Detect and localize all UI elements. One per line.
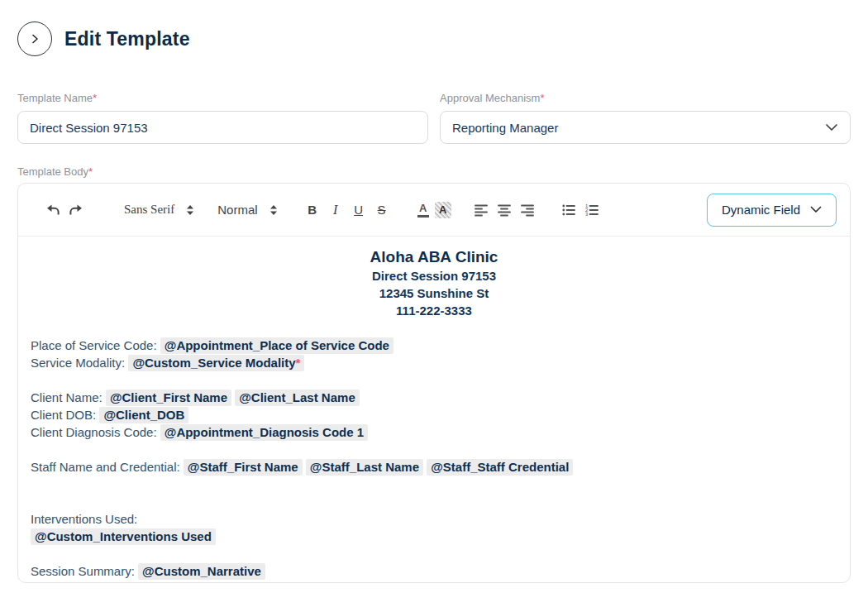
align-right-button[interactable] <box>516 200 539 220</box>
blank-line <box>31 476 837 494</box>
align-center-icon <box>497 203 512 218</box>
dynamic-token: @Custom_Interventions Used <box>31 528 216 545</box>
interventions-label: Interventions Used: <box>31 512 137 526</box>
italic-button[interactable]: I <box>324 200 347 220</box>
align-left-icon <box>474 203 489 218</box>
dynamic-token: @Client_Last Name <box>235 390 360 406</box>
template-name-input[interactable] <box>17 111 428 144</box>
editor-content-area[interactable]: Aloha ABA Clinic Direct Session 97153 12… <box>18 237 850 583</box>
dynamic-token-text: @Custom_Service Modality <box>132 356 295 370</box>
align-group <box>470 200 539 220</box>
required-asterisk: * <box>88 165 93 178</box>
updown-arrows-icon <box>269 204 278 216</box>
list-group: 123 <box>557 200 603 220</box>
required-asterisk: * <box>296 356 301 370</box>
blank-line <box>31 442 837 459</box>
dynamic-token: @Client_First Name <box>106 390 231 406</box>
text-color-icon: A <box>419 202 427 214</box>
dynamic-token: @Custom_Narrative <box>138 563 265 580</box>
redo-icon <box>69 203 83 218</box>
dynamic-token: @Staff_Last Name <box>306 459 423 476</box>
align-right-icon <box>520 203 535 218</box>
template-name-label: Template Name* <box>17 92 428 104</box>
chevron-right-icon <box>28 32 41 45</box>
session-summary-line: Session Summary: @Custom_Narrative <box>31 563 837 581</box>
rich-text-editor: Sans Serif Normal B I U S A <box>17 183 851 583</box>
dynamic-token: @Staff_Staff Credential <box>427 459 573 476</box>
redo-button[interactable] <box>64 200 88 220</box>
text-size-value: Normal <box>217 203 257 217</box>
blank-line <box>31 320 837 337</box>
chevron-down-icon <box>825 123 838 131</box>
history-group <box>41 200 88 220</box>
editor-toolbar: Sans Serif Normal B I U S A <box>18 184 850 237</box>
chevron-down-icon <box>810 206 822 213</box>
approval-mechanism-field: Approval Mechanism* Reporting Manager <box>440 92 851 144</box>
service-modality-label: Service Modality: <box>31 356 125 370</box>
dynamic-token: @Appointment_Diagnosis Code 1 <box>160 424 368 441</box>
strikethrough-button[interactable]: S <box>370 200 393 220</box>
underline-button[interactable]: U <box>347 200 370 220</box>
bullet-list-icon <box>561 203 576 218</box>
undo-button[interactable] <box>41 200 64 220</box>
dynamic-token: @Client_DOB <box>99 407 188 423</box>
required-asterisk: * <box>93 92 97 104</box>
phone-line: 111-222-3333 <box>31 303 837 320</box>
svg-text:3: 3 <box>585 212 589 217</box>
template-name-field: Template Name* <box>17 92 428 144</box>
blank-line <box>31 494 837 511</box>
place-of-service-label: Place of Service Code: <box>31 338 157 352</box>
background-color-button[interactable]: A <box>435 202 451 218</box>
color-bar-icon <box>417 215 429 218</box>
client-dob-line: Client DOB: @Client_DOB <box>31 407 837 424</box>
required-asterisk: * <box>540 92 544 104</box>
back-button[interactable] <box>17 22 52 56</box>
client-diagnosis-label: Client Diagnosis Code: <box>31 425 157 439</box>
interventions-token-line: @Custom_Interventions Used <box>31 528 837 546</box>
format-group: B I U S <box>301 200 393 220</box>
approval-mechanism-label-text: Approval Mechanism <box>440 92 540 104</box>
template-body-label-text: Template Body <box>17 165 88 178</box>
page-header: Edit Template <box>17 22 851 56</box>
template-body-label: Template Body* <box>17 165 851 178</box>
client-name-label: Client Name: <box>31 390 103 404</box>
text-color-button[interactable]: A <box>412 200 435 220</box>
client-name-line: Client Name: @Client_First Name @Client_… <box>31 390 837 407</box>
session-summary-label: Session Summary: <box>31 564 135 578</box>
place-of-service-line: Place of Service Code: @Appointment_Plac… <box>31 337 837 355</box>
blank-line <box>31 372 837 390</box>
font-family-value: Sans Serif <box>124 203 174 217</box>
color-group: A A <box>412 200 451 220</box>
session-title-line: Direct Session 97153 <box>31 268 837 285</box>
staff-name-line: Staff Name and Credential: @Staff_First … <box>31 459 837 476</box>
staff-name-label: Staff Name and Credential: <box>31 460 180 474</box>
service-modality-line: Service Modality: @Custom_Service Modali… <box>31 355 837 372</box>
ordered-list-button[interactable]: 123 <box>580 200 603 220</box>
page-title: Edit Template <box>64 28 190 50</box>
bullet-list-button[interactable] <box>557 200 580 220</box>
align-left-button[interactable] <box>470 200 493 220</box>
dynamic-field-label: Dynamic Field <box>722 203 800 217</box>
dynamic-token: @Appointment_Place of Service Code <box>160 337 393 354</box>
font-family-picker[interactable]: Sans Serif <box>124 203 194 217</box>
dynamic-field-dropdown[interactable]: Dynamic Field <box>707 194 837 227</box>
dynamic-token: @Custom_Service Modality* <box>128 355 304 371</box>
blank-line <box>31 546 837 563</box>
template-name-label-text: Template Name <box>17 92 93 104</box>
approval-mechanism-value: Reporting Manager <box>452 121 558 135</box>
approval-mechanism-select[interactable]: Reporting Manager <box>440 111 851 144</box>
background-color-icon: A <box>439 203 446 216</box>
undo-icon <box>45 203 60 218</box>
text-size-picker[interactable]: Normal <box>217 203 277 217</box>
form-fields-row: Template Name* Approval Mechanism* Repor… <box>17 92 851 144</box>
updown-arrows-icon <box>186 204 194 216</box>
client-diagnosis-line: Client Diagnosis Code: @Appointment_Diag… <box>31 424 837 442</box>
interventions-label-line: Interventions Used: <box>31 511 837 528</box>
ordered-list-icon: 123 <box>584 203 599 218</box>
approval-mechanism-label: Approval Mechanism* <box>440 92 851 104</box>
align-center-button[interactable] <box>493 200 516 220</box>
address-line: 12345 Sunshine St <box>31 285 837 303</box>
edit-template-page: Edit Template Template Name* Approval Me… <box>0 0 868 583</box>
dynamic-token: @Staff_First Name <box>184 459 303 476</box>
bold-button[interactable]: B <box>301 200 324 220</box>
